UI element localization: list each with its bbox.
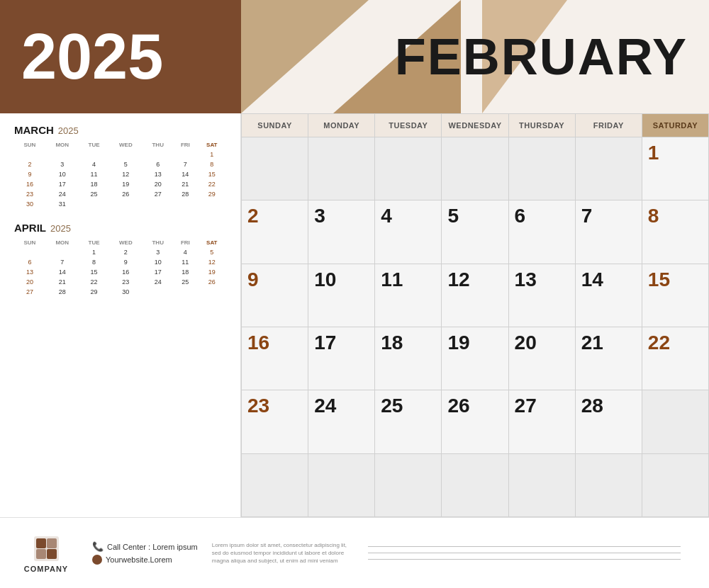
mini-cal-day bbox=[198, 199, 226, 209]
th-mon: MON bbox=[45, 140, 79, 149]
calendar-header: 2025 FEBRUARY bbox=[0, 0, 709, 113]
th-fri-apr: FRI bbox=[173, 238, 198, 247]
mini-cal-day: 18 bbox=[173, 267, 198, 277]
th-thu: THU bbox=[143, 140, 173, 149]
main-cal-day bbox=[642, 453, 708, 516]
phone-icon: 📞 bbox=[92, 541, 104, 552]
day-number: 6 bbox=[515, 205, 526, 227]
mini-cal-day: 17 bbox=[143, 267, 173, 277]
main-cal-day: 3 bbox=[308, 200, 375, 264]
mini-cal-day: 13 bbox=[143, 169, 173, 179]
day-number: 21 bbox=[581, 332, 603, 354]
day-number: 14 bbox=[581, 268, 603, 290]
mini-cal-day: 26 bbox=[198, 277, 226, 287]
main-cal-day: 5 bbox=[442, 200, 508, 264]
day-number: 27 bbox=[515, 395, 537, 417]
description-text: Lorem ipsum dolor sit amet, consectetur … bbox=[212, 542, 347, 564]
main-cal-day: 10 bbox=[308, 264, 375, 327]
mini-cal-day: 2 bbox=[14, 159, 45, 169]
mini-cal-day: 28 bbox=[45, 287, 79, 297]
main-cal-day bbox=[508, 137, 575, 200]
mini-cal-name-march: MARCH bbox=[14, 124, 54, 136]
logo-section: COMPANY bbox=[14, 533, 78, 573]
company-name: COMPANY bbox=[24, 565, 68, 573]
main-cal-day: 23 bbox=[242, 390, 308, 453]
line-2 bbox=[368, 553, 681, 553]
main-cal-day: 6 bbox=[508, 200, 575, 264]
mini-cal-day: 27 bbox=[14, 287, 45, 297]
website-dot-icon bbox=[92, 555, 102, 565]
mini-cal-day: 27 bbox=[143, 189, 173, 199]
main-th-sunday: SUNDAY bbox=[242, 114, 308, 137]
main-cal-day bbox=[308, 453, 375, 516]
mini-cal-day: 14 bbox=[173, 169, 198, 179]
day-number: 20 bbox=[515, 332, 537, 354]
main-cal-day: 20 bbox=[508, 327, 575, 390]
main-cal-day bbox=[575, 137, 642, 200]
mini-cal-day bbox=[45, 247, 79, 257]
mini-cal-day: 3 bbox=[143, 247, 173, 257]
day-number: 16 bbox=[247, 332, 269, 354]
th-wed-apr: WED bbox=[108, 238, 143, 247]
mini-cal-day: 20 bbox=[14, 277, 45, 287]
mini-calendar-march: MARCH 2025 SUN MON TUE WED THU FRI SAT 1… bbox=[14, 124, 226, 209]
main-th-friday: FRIDAY bbox=[575, 114, 642, 137]
website-text: Yourwebsite.Lorem bbox=[106, 555, 172, 564]
mini-cal-day bbox=[143, 287, 173, 297]
mini-cal-day: 6 bbox=[14, 257, 45, 267]
main-cal-day bbox=[375, 453, 442, 516]
mini-cal-day: 1 bbox=[79, 247, 109, 257]
day-number: 2 bbox=[247, 205, 259, 227]
th-fri: FRI bbox=[173, 140, 198, 149]
mini-cal-day: 23 bbox=[108, 277, 143, 287]
main-cal-day bbox=[308, 137, 375, 200]
main-cal-day: 18 bbox=[375, 327, 442, 390]
mini-cal-day: 25 bbox=[79, 189, 109, 199]
mini-cal-day: 30 bbox=[108, 287, 143, 297]
mini-cal-day: 8 bbox=[198, 159, 226, 169]
mini-cal-day: 18 bbox=[79, 179, 109, 189]
day-number: 23 bbox=[247, 395, 269, 417]
mini-calendars-panel: MARCH 2025 SUN MON TUE WED THU FRI SAT 1… bbox=[0, 113, 241, 517]
th-sun: SUN bbox=[14, 140, 45, 149]
main-th-wednesday: WEDNESDAY bbox=[442, 114, 508, 137]
svg-rect-3 bbox=[36, 549, 46, 559]
mini-cal-day: 20 bbox=[143, 179, 173, 189]
day-number: 13 bbox=[515, 268, 537, 290]
mini-cal-day: 22 bbox=[198, 179, 226, 189]
main-cal-day: 12 bbox=[442, 264, 508, 327]
mini-cal-day: 22 bbox=[79, 277, 109, 287]
main-cal-day: 15 bbox=[642, 264, 708, 327]
day-number: 11 bbox=[381, 268, 403, 290]
mini-cal-name-april: APRIL bbox=[14, 222, 46, 234]
main-cal-day bbox=[242, 453, 308, 516]
main-th-tuesday: TUESDAY bbox=[375, 114, 442, 137]
mini-cal-day: 21 bbox=[173, 179, 198, 189]
main-cal-day: 26 bbox=[442, 390, 508, 453]
mini-cal-day: 25 bbox=[173, 277, 198, 287]
day-number: 25 bbox=[381, 395, 403, 417]
mini-cal-day: 16 bbox=[108, 267, 143, 277]
mini-cal-title-march: MARCH 2025 bbox=[14, 124, 226, 136]
main-cal-day bbox=[375, 137, 442, 200]
mini-cal-day: 23 bbox=[14, 189, 45, 199]
day-number: 19 bbox=[447, 332, 469, 354]
mini-cal-day bbox=[14, 247, 45, 257]
main-cal-day: 27 bbox=[508, 390, 575, 453]
description-section: Lorem ipsum dolor sit amet, consectetur … bbox=[212, 541, 354, 565]
mini-cal-day: 8 bbox=[79, 257, 109, 267]
main-cal-day: 2 bbox=[242, 200, 308, 264]
main-cal-day bbox=[642, 390, 708, 453]
day-number: 15 bbox=[648, 268, 670, 290]
day-number: 4 bbox=[381, 205, 392, 227]
th-sat-apr: SAT bbox=[198, 238, 226, 247]
day-number: 26 bbox=[447, 395, 469, 417]
line-3 bbox=[368, 559, 681, 560]
svg-rect-2 bbox=[47, 538, 57, 548]
main-cal-day: 24 bbox=[308, 390, 375, 453]
main-cal-day: 11 bbox=[375, 264, 442, 327]
th-thu-apr: THU bbox=[143, 238, 173, 247]
main-cal-day: 22 bbox=[642, 327, 708, 390]
main-cal-day bbox=[442, 453, 508, 516]
th-sun-apr: SUN bbox=[14, 238, 45, 247]
